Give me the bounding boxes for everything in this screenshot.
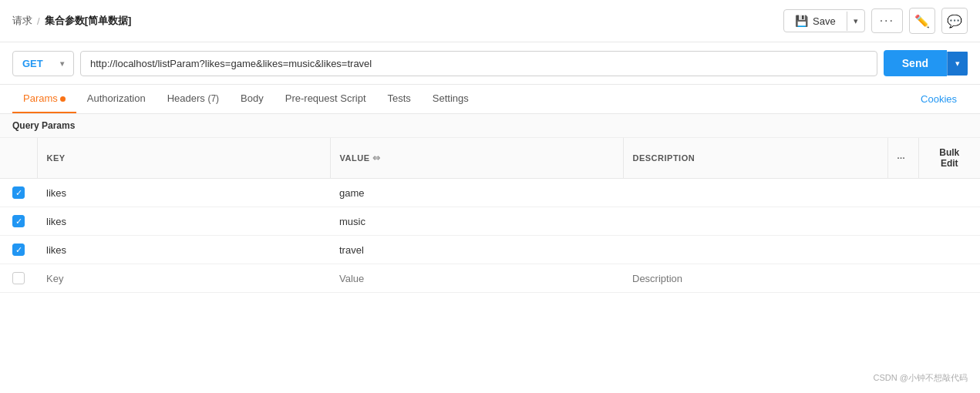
tab-authorization[interactable]: Authorization [76,85,157,113]
tab-settings[interactable]: Settings [422,85,480,113]
tab-headers-label: Headers (7) [167,92,219,104]
row1-desc-input[interactable] [623,180,887,207]
row1-more-cell [887,179,918,207]
row4-checkbox[interactable] [12,272,25,284]
row3-check-cell: ✓ [0,236,37,264]
row4-value-cell [330,264,623,293]
breadcrumb-area: 请求 / 集合参数[简单数据] [12,14,131,28]
tab-settings-label: Settings [433,92,469,104]
resize-handle[interactable]: ⇔ [372,153,379,163]
row3-checkmark: ✓ [15,246,22,254]
row2-key-cell [37,207,330,236]
edit-icon-button[interactable]: ✏️ [909,8,935,34]
tab-authorization-label: Authorization [87,92,146,104]
row1-key-cell [37,179,330,207]
row1-checkbox-wrapper: ✓ [0,179,37,207]
row3-value-input[interactable] [330,237,623,264]
row3-key-input[interactable] [37,237,330,264]
params-tbody: ✓ [0,179,980,293]
send-dropdown-button[interactable]: ▾ [947,52,968,76]
comment-icon-button[interactable]: 💬 [941,8,968,34]
row1-checkbox[interactable]: ✓ [12,186,25,199]
row2-desc-cell [623,207,887,236]
row4-bulk-cell [918,264,980,293]
table-row: ✓ [0,236,980,264]
row2-more-cell [887,207,918,236]
row2-value-input[interactable] [330,208,623,235]
tab-headers[interactable]: Headers (7) [157,85,230,113]
tab-cookies[interactable]: Cookies [910,86,968,113]
url-input[interactable] [80,51,877,76]
method-label: GET [22,58,43,69]
row2-desc-input[interactable] [623,208,887,235]
col-header-more: ··· [887,138,918,179]
method-chevron-icon: ▾ [60,59,64,68]
title-bar: 请求 / 集合参数[简单数据] 💾 Save ▾ ··· ✏️ 💬 [0,0,980,42]
row3-checkbox-wrapper: ✓ [0,236,37,264]
save-label: Save [813,15,836,27]
method-select[interactable]: GET ▾ [12,51,74,76]
tab-headers-badge: (7) [207,93,219,104]
row3-checkbox[interactable]: ✓ [12,244,25,256]
breadcrumb: 请求 [12,14,32,28]
bulk-edit-button[interactable]: Bulk Edit [928,144,972,172]
row2-checkmark: ✓ [15,217,22,226]
content-area: Query Params KEY VALUE ⇔ DESCRIPTIO [0,114,980,393]
watermark: CSDN @小钟不想敲代码 [874,372,968,384]
table-header-row: KEY VALUE ⇔ DESCRIPTION ··· Bulk Edit [0,138,980,179]
table-row: ✓ [0,179,980,207]
save-icon: 💾 [795,15,808,27]
row3-key-cell [37,236,330,264]
send-button[interactable]: Send [884,50,947,76]
row3-value-cell [330,236,623,264]
title-bar-actions: 💾 Save ▾ ··· ✏️ 💬 [783,8,968,34]
row1-checkmark: ✓ [15,189,22,197]
comment-icon: 💬 [947,14,962,29]
col-header-key: KEY [37,138,330,179]
row4-desc-input[interactable] [623,265,887,292]
row2-check-cell: ✓ [0,207,37,236]
send-button-group: Send ▾ [884,50,968,76]
tabs-bar: Params Authorization Headers (7) Body Pr… [0,85,980,114]
table-row [0,264,980,293]
row3-desc-input[interactable] [623,237,887,264]
tab-params[interactable]: Params [12,85,76,113]
row4-value-input[interactable] [330,265,623,292]
more-options-button[interactable]: ··· [871,8,903,33]
row2-value-cell [330,207,623,236]
tab-body-label: Body [241,92,264,104]
row4-check-cell [0,264,37,293]
tab-prerequest-label: Pre-request Script [285,92,366,104]
tab-prerequest[interactable]: Pre-request Script [274,85,377,113]
row2-checkbox-wrapper: ✓ [0,207,37,235]
row1-bulk-cell [918,179,980,207]
row1-value-input[interactable] [330,180,623,207]
tab-body[interactable]: Body [230,85,274,113]
save-button[interactable]: 💾 Save [784,10,847,32]
col-header-bulk: Bulk Edit [918,138,980,179]
tab-cookies-label: Cookies [921,93,957,105]
row1-value-cell [330,179,623,207]
tab-params-dot [60,96,66,102]
section-header: Query Params [0,114,980,138]
row3-bulk-cell [918,236,980,264]
row4-checkbox-wrapper [0,264,37,292]
row2-bulk-cell [918,207,980,236]
save-dropdown-button[interactable]: ▾ [847,12,864,31]
row3-more-cell [887,236,918,264]
row2-key-input[interactable] [37,208,330,235]
row2-checkbox[interactable]: ✓ [12,215,25,227]
row1-key-input[interactable] [37,180,330,207]
row1-check-cell: ✓ [0,179,37,207]
row3-desc-cell [623,236,887,264]
url-bar: GET ▾ Send ▾ [0,42,980,85]
row4-key-input[interactable] [37,265,330,292]
tab-params-label: Params [23,92,58,104]
tab-tests-label: Tests [388,92,411,104]
pencil-icon: ✏️ [914,14,930,29]
col-header-value: VALUE ⇔ [330,138,623,179]
tab-tests[interactable]: Tests [377,85,422,113]
table-row: ✓ [0,207,980,236]
col-header-description: DESCRIPTION [623,138,887,179]
save-button-group: 💾 Save ▾ [783,9,865,32]
